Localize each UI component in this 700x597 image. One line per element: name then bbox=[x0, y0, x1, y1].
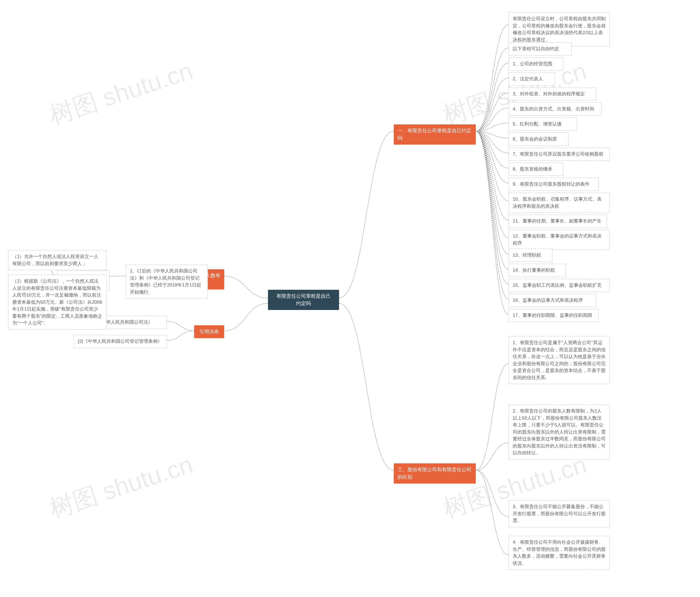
h3-leaf-3[interactable]: 4、有限责任公司不用向社会公开披露财务、生产、经营管理的信息，而股份有限公司的股… bbox=[508, 536, 610, 570]
root-title-1: 有限责任公司章程是自己 bbox=[276, 293, 331, 299]
h1-leaf-18[interactable]: 17、董事的任职期限、监事的任职期限 bbox=[508, 309, 599, 322]
h1-leaf-5[interactable]: 4、股东的出资方式、出资额、出资时间 bbox=[508, 103, 602, 115]
h1-leaf-6[interactable]: 5、红利分配、增资认缴 bbox=[508, 118, 577, 131]
h3-leaf-0[interactable]: 1、有限责任公司是属于"人资两合公司"其运作不仅是资本的结合，而且还是股东之间的… bbox=[508, 336, 610, 384]
root-node[interactable]: 有限责任公司章程是自己 约定吗 bbox=[268, 290, 339, 310]
cite-leaf-2[interactable]: [2]《中华人民共和国公司登记管理条例》 bbox=[74, 335, 167, 348]
h1-leaf-10[interactable]: 9、有限责任公司股东股权转让的条件 bbox=[508, 178, 599, 191]
h1-leaf-13[interactable]: 12、董事会职权、董事会的议事方式和表决程序 bbox=[508, 230, 610, 250]
hub2-bridge[interactable]: 1、订后的《中华人民共和国公司法》和《中华人民共和国公司登记管理条例》已经于20… bbox=[126, 265, 208, 298]
root-title-2: 约定吗 bbox=[296, 301, 311, 306]
h3-leaf-2[interactable]: 3、有限责任公司不能公开募集股份，不能公开发行股票，而股份有限公司可以公开发行股… bbox=[508, 500, 610, 527]
hub-3-label: 三、股份有限公司和有限责任公司的区别 bbox=[398, 467, 471, 480]
hub-1-label: 一、有限责任公司章程是自己约定吗 bbox=[398, 128, 471, 141]
h1-leaf-16[interactable]: 15、监事会职工代表比例、监事会职权扩充 bbox=[508, 279, 610, 292]
cite-hub[interactable]: 引用法条 bbox=[194, 325, 224, 338]
hub-3[interactable]: 三、股份有限公司和有限责任公司的区别 bbox=[394, 463, 476, 484]
h1-leaf-1[interactable]: 以下章程可以自由约定 bbox=[508, 42, 572, 55]
hub2-left-1[interactable]: （1）允许一个自然人或法人投资设立一人有限公司，而以前则要求至少两人； bbox=[8, 250, 107, 270]
h3-leaf-1[interactable]: 2、有限责任公司的股东人数有限制，为2人以上50人以下，而股份有限公司股东人数没… bbox=[508, 405, 610, 460]
watermark: 树图 shutu.cn bbox=[45, 54, 197, 132]
hub2-left-2[interactable]: （2）根据新《公司法》，一个自然人或法人设立的有限责任公司注册资本最低限额为人民… bbox=[8, 275, 107, 330]
h1-leaf-14[interactable]: 13、经理职权 bbox=[508, 249, 552, 262]
hub-1[interactable]: 一、有限责任公司章程是自己约定吗 bbox=[394, 124, 476, 145]
h1-leaf-8[interactable]: 7、有限责任公司异议股东要求公司收购股权 bbox=[508, 148, 610, 161]
h1-leaf-11[interactable]: 10、股东会职权、召集程序、议事方式、表决程序和股东的表决权 bbox=[508, 193, 610, 213]
watermark: 树图 shutu.cn bbox=[45, 448, 197, 526]
h1-leaf-4[interactable]: 3、对外投资、对外担保的程序规定 bbox=[508, 87, 596, 101]
h1-leaf-12[interactable]: 11、董事的任期、董事长、副董事长的产生 bbox=[508, 214, 607, 228]
h1-leaf-3[interactable]: 2、法定代表人 bbox=[508, 73, 555, 85]
h1-leaf-17[interactable]: 16、监事会的议事方式和表决程序 bbox=[508, 294, 596, 307]
h1-leaf-9[interactable]: 8、股东资格的继承 bbox=[508, 163, 563, 176]
h1-leaf-0[interactable]: 有限责任公司设立时，公司章程由股东共同制定，公司章程的修改由股东会行使，股东会就… bbox=[508, 12, 610, 46]
h1-leaf-15[interactable]: 14、执行董事的职权 bbox=[508, 264, 566, 277]
h1-leaf-2[interactable]: 1、公司的经营范围 bbox=[508, 57, 563, 71]
h1-leaf-7[interactable]: 6、股东会的会议制度 bbox=[508, 133, 569, 146]
cite-label: 引用法条 bbox=[199, 329, 219, 334]
